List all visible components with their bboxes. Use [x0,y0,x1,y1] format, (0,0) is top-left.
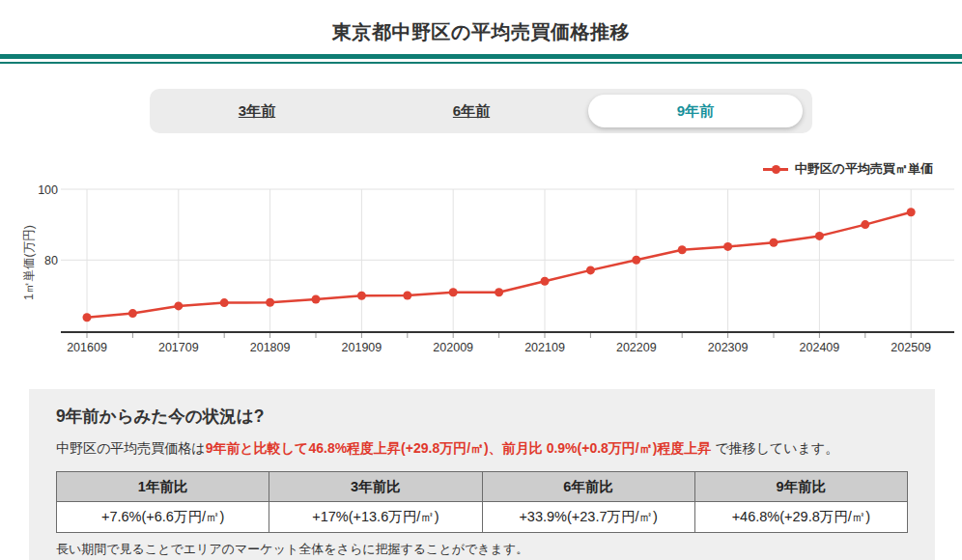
header-6yr: 6年前比 [482,472,694,502]
period-tabbar: 3年前 6年前 9年前 [150,89,812,133]
summary-paragraph: 中野区の平均売買価格は9年前と比較して46.8%程度上昇(+29.8万円/㎡)、… [56,440,908,458]
comparison-table-value-row: +7.6%(+6.6万円/㎡) +17%(+13.6万円/㎡) +33.9%(+… [57,502,908,533]
period-tabbar-wrap: 3年前 6年前 9年前 [0,89,962,133]
svg-text:201909: 201909 [342,341,382,354]
tab-6-years-ago[interactable]: 6年前 [364,89,579,133]
tab-9-years-ago[interactable]: 9年前 [579,89,812,133]
svg-text:202509: 202509 [891,341,931,354]
line-series-icon [763,168,788,171]
header-1yr: 1年前比 [57,472,269,502]
svg-text:80: 80 [44,254,58,267]
header-9yr: 9年前比 [694,472,907,502]
summary-heading: 9年前からみた今の状況は? [56,405,908,428]
svg-text:1㎡単価(万円): 1㎡単価(万円) [22,225,36,300]
tab-3-years-ago-label: 3年前 [239,102,275,121]
tab-9-years-ago-pill: 9年前 [588,95,803,127]
header-divider-thin [0,62,962,64]
svg-text:201709: 201709 [158,341,199,354]
svg-text:201809: 201809 [250,341,291,354]
value-1yr: +7.6%(+6.6万円/㎡) [57,502,269,533]
svg-text:100: 100 [38,183,58,197]
summary-section: 9年前からみた今の状況は? 中野区の平均売買価格は9年前と比較して46.8%程度… [29,389,935,560]
comparison-table: 1年前比 3年前比 6年前比 9年前比 +7.6%(+6.6万円/㎡) +17%… [56,471,908,533]
summary-note: 長い期間で見ることでエリアのマーケット全体をさらに把握することができます。 [56,541,908,558]
summary-text-suffix: で推移しています。 [711,440,838,456]
value-3yr: +17%(+13.6万円/㎡) [269,502,482,533]
value-6yr: +33.9%(+23.7万円/㎡) [482,502,694,533]
tab-3-years-ago[interactable]: 3年前 [150,89,364,133]
summary-text-prefix: 中野区の平均売買価格は [56,440,206,456]
header-3yr: 3年前比 [269,472,482,502]
tab-6-years-ago-label: 6年前 [453,102,490,121]
line-chart-svg: 8010020160920170920180920190920200920210… [0,182,962,367]
svg-text:202309: 202309 [708,341,749,354]
svg-text:201609: 201609 [67,341,107,354]
comparison-table-header-row: 1年前比 3年前比 6年前比 9年前比 [57,472,908,502]
chart-legend: 中野区の平均売買㎡単価 [763,160,933,178]
summary-text-highlight: 9年前と比較して46.8%程度上昇(+29.8万円/㎡)、前月比 0.9%(+0… [206,440,712,456]
svg-text:202009: 202009 [433,341,473,354]
value-9yr: +46.8%(+29.8万円/㎡) [694,502,907,533]
price-trend-chart: 中野区の平均売買㎡単価 8010020160920170920180920190… [0,154,962,367]
tab-9-years-ago-label: 9年前 [677,102,714,121]
svg-text:202209: 202209 [616,341,657,354]
svg-text:202409: 202409 [800,341,840,354]
svg-text:202109: 202109 [524,341,565,354]
page-title: 東京都中野区の平均売買価格推移 [0,0,962,54]
legend-label: 中野区の平均売買㎡単価 [795,160,933,178]
